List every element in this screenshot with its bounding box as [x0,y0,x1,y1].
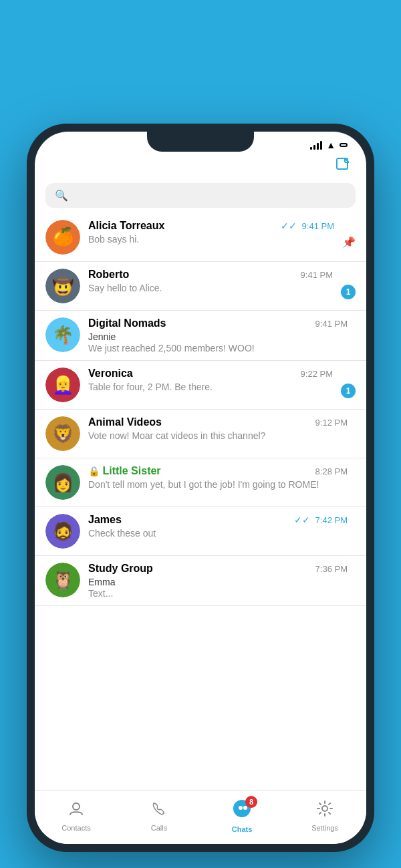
chat-time-study: 7:36 PM [315,564,348,574]
chat-time-row-roberto: 9:41 PM [297,270,333,280]
chat-list: 🍊Alicia Torreaux✓✓9:41 PMBob says hi.📌🤠R… [35,213,366,606]
chat-time-alicia: 9:41 PM [302,221,334,231]
tab-calls[interactable]: Calls [118,800,200,832]
double-check-icon-alicia: ✓✓ [281,221,297,231]
chat-item-james[interactable]: 🧔James✓✓7:42 PMCheck these out [35,507,366,556]
chat-name-digital: Digital Nomads [88,317,166,329]
chat-content-james: James✓✓7:42 PMCheck these out [88,514,348,539]
svg-text:🦉: 🦉 [52,569,74,591]
chat-time-james: 7:42 PM [315,515,348,525]
hero-section [0,0,401,47]
tab-label-settings: Settings [311,824,338,832]
avatar-study: 🦉 [45,563,80,597]
chat-item-study[interactable]: 🦉Study Group7:36 PMEmmaText... [35,556,366,606]
tab-chats[interactable]: 8Chats [200,799,283,833]
avatar-alicia: 🍊 [45,220,80,255]
chat-header-alicia: Alicia Torreaux✓✓9:41 PM [88,220,334,232]
wifi-icon: ▲ [326,140,336,150]
chat-time-row-james: ✓✓7:42 PM [294,515,348,525]
status-icons: ▲ [310,140,348,150]
chat-name-sister: 🔒 Little Sister [88,465,161,477]
double-check-icon-james: ✓✓ [294,515,310,525]
chat-name-alicia: Alicia Torreaux [88,220,164,232]
chat-header-animal: Animal Videos9:12 PM [88,416,348,428]
chat-content-roberto: Roberto9:41 PMSay hello to Alice. [88,269,333,293]
compose-button[interactable] [336,157,350,175]
tab-bar: ContactsCalls8ChatsSettings [35,790,366,844]
calls-icon [150,801,168,821]
phone-screen: ▲ 🔍 🍊Alicia Torreaux✓✓9:4 [35,132,366,844]
avatar-roberto: 🤠 [45,269,80,303]
chat-name-animal: Animal Videos [88,416,162,428]
svg-point-20 [73,803,80,810]
signal-icon [310,141,322,150]
chat-item-sister[interactable]: 👩🔒 Little Sister8:28 PMDon't tell mom ye… [35,458,366,507]
chat-preview-sister: Don't tell mom yet, but I got the job! I… [88,479,348,490]
chat-time-row-alicia: ✓✓9:41 PM [281,221,334,231]
svg-text:👱‍♀️: 👱‍♀️ [52,374,74,396]
nav-bar [35,153,366,180]
chat-header-james: James✓✓7:42 PM [88,514,348,526]
chat-item-veronica[interactable]: 👱‍♀️Veronica9:22 PMTable for four, 2 PM.… [35,361,366,410]
svg-text:🧔: 🧔 [52,521,74,542]
chat-preview-roberto: Say hello to Alice. [88,283,333,293]
chat-header-veronica: Veronica9:22 PM [88,368,333,380]
svg-text:🤠: 🤠 [52,275,74,297]
chat-content-alicia: Alicia Torreaux✓✓9:41 PMBob says hi. [88,220,334,245]
svg-point-22 [239,806,243,810]
chat-item-digital[interactable]: 🌴Digital Nomads9:41 PMJennieWe just reac… [35,311,366,361]
avatar-digital: 🌴 [45,317,80,352]
settings-icon [316,801,333,821]
svg-text:🦁: 🦁 [52,423,74,444]
tab-contacts[interactable]: Contacts [35,800,118,832]
chat-right-veronica: 1 [341,368,356,398]
chat-time-digital: 9:41 PM [315,319,348,329]
chat-header-sister: 🔒 Little Sister8:28 PM [88,465,348,477]
chat-header-roberto: Roberto9:41 PM [88,269,333,281]
chat-time-row-digital: 9:41 PM [311,319,348,329]
chat-header-study: Study Group7:36 PM [88,563,348,575]
chat-content-veronica: Veronica9:22 PMTable for four, 2 PM. Be … [88,368,333,392]
chat-content-study: Study Group7:36 PMEmmaText... [88,563,348,599]
svg-text:🌴: 🌴 [52,324,74,345]
tab-label-calls: Calls [151,824,167,832]
tab-label-chats: Chats [232,825,253,833]
chat-content-animal: Animal Videos9:12 PMVote now! Moar cat v… [88,416,348,441]
chat-name-veronica: Veronica [88,368,133,380]
chat-right-roberto: 1 [341,269,356,299]
svg-point-24 [322,806,327,811]
search-icon: 🔍 [55,189,68,202]
chat-time-animal: 9:12 PM [315,418,348,428]
avatar-veronica: 👱‍♀️ [45,368,80,402]
chat-time-row-sister: 8:28 PM [311,466,348,476]
chat-sender-digital: Jennie [88,331,348,342]
avatar-sister: 👩 [45,465,80,500]
chat-item-roberto[interactable]: 🤠Roberto9:41 PMSay hello to Alice.1 [35,262,366,311]
pin-icon-alicia: 📌 [342,236,356,249]
chat-name-james: James [88,514,122,526]
chat-preview-study: Text... [88,588,348,599]
phone-frame: ▲ 🔍 🍊Alicia Torreaux✓✓9:4 [27,124,374,852]
chat-time-sister: 8:28 PM [315,466,348,476]
search-bar[interactable]: 🔍 [45,183,356,208]
chat-preview-veronica: Table for four, 2 PM. Be there. [88,382,333,392]
svg-text:🍊: 🍊 [52,226,74,247]
tab-label-contacts: Contacts [61,824,90,832]
unread-badge-roberto: 1 [341,285,356,299]
chat-name-roberto: Roberto [88,269,129,281]
contacts-icon [68,801,85,821]
tab-settings[interactable]: Settings [283,800,366,832]
chat-header-digital: Digital Nomads9:41 PM [88,317,348,329]
chat-item-animal[interactable]: 🦁Animal Videos9:12 PMVote now! Moar cat … [35,410,366,458]
chat-time-roberto: 9:41 PM [301,270,333,280]
chat-name-study: Study Group [88,563,153,575]
chat-item-alicia[interactable]: 🍊Alicia Torreaux✓✓9:41 PMBob says hi.📌 [35,213,366,262]
chat-time-row-study: 7:36 PM [311,564,348,574]
chat-time-veronica: 9:22 PM [301,369,333,379]
battery-icon [340,143,348,147]
chat-time-row-animal: 9:12 PM [311,418,348,428]
avatar-animal: 🦁 [45,416,80,451]
chat-right-alicia: 📌 [342,220,356,249]
chat-content-digital: Digital Nomads9:41 PMJennieWe just reach… [88,317,348,353]
chat-preview-animal: Vote now! Moar cat videos in this channe… [88,430,348,441]
